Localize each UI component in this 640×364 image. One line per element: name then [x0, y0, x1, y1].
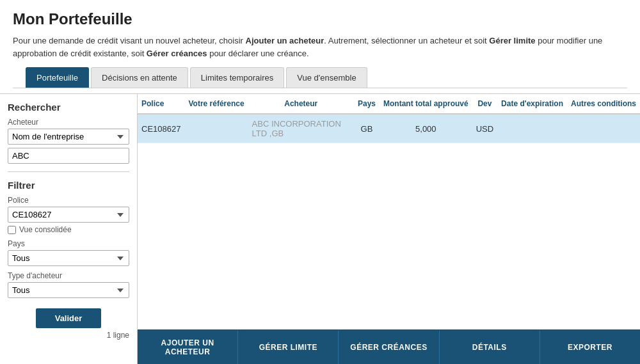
- cell-votre-reference: [184, 114, 248, 143]
- page-description: Pour une demande de crédit visant un nou…: [13, 35, 627, 59]
- desc-text4: pour déclarer une créance.: [207, 49, 309, 58]
- gerer-creances-button[interactable]: GÉRER CRÉANCES: [339, 331, 439, 364]
- content-area: Rechercher Acheteur Nom de l'entreprise …: [0, 94, 640, 364]
- pays-label: Pays: [8, 239, 129, 248]
- search-input[interactable]: [8, 148, 129, 164]
- tab-limites[interactable]: Limites temporaires: [190, 67, 284, 88]
- desc-text1: Pour une demande de crédit visant un nou…: [13, 36, 246, 45]
- ligne-count: 1 ligne: [8, 331, 129, 340]
- acheteur-select[interactable]: Nom de l'entreprise: [8, 129, 129, 145]
- filter-title: Filtrer: [8, 180, 129, 191]
- col-montant: Montant total approuvé: [380, 94, 472, 114]
- cell-date-expiration: [497, 114, 567, 143]
- col-dev: Dev: [472, 94, 497, 114]
- col-votre-reference: Votre référence: [184, 94, 248, 114]
- col-pays: Pays: [354, 94, 380, 114]
- search-title: Rechercher: [8, 102, 129, 113]
- exporter-button[interactable]: EXPORTER: [540, 331, 640, 364]
- cell-pays: GB: [354, 114, 380, 143]
- cell-autres-conditions: [567, 114, 640, 143]
- ajouter-acheteur-button[interactable]: AJOUTER UN ACHETEUR: [138, 331, 238, 364]
- col-autres-conditions: Autres conditions: [567, 94, 640, 114]
- data-table: Police Votre référence Acheteur Pays Mon…: [138, 94, 640, 143]
- table-header-row: Police Votre référence Acheteur Pays Mon…: [138, 94, 640, 114]
- acheteur-label: Acheteur: [8, 118, 129, 127]
- sidebar: Rechercher Acheteur Nom de l'entreprise …: [0, 94, 138, 364]
- type-acheteur-select[interactable]: Tous: [8, 282, 129, 298]
- table-row[interactable]: CE108627 ABC INCORPORATION LTD ,GB GB 5,…: [138, 114, 640, 143]
- cell-acheteur: ABC INCORPORATION LTD ,GB: [248, 114, 354, 143]
- type-acheteur-label: Type d'acheteur: [8, 271, 129, 280]
- desc-bold3: Gérer créances: [147, 49, 207, 58]
- tabs-row: Portefeuille Décisions en attente Limite…: [13, 67, 627, 88]
- col-police: Police: [138, 94, 184, 114]
- table-wrapper[interactable]: Police Votre référence Acheteur Pays Mon…: [138, 94, 640, 329]
- gerer-limite-button[interactable]: GÉRER LIMITE: [238, 331, 339, 364]
- page-title: Mon Portefeuille: [13, 10, 627, 28]
- desc-bold1: Ajouter un acheteur: [246, 36, 324, 45]
- cell-police: CE108627: [138, 114, 184, 143]
- vue-consolidee-label: Vue consolidée: [19, 225, 72, 234]
- vue-consolidee-row: Vue consolidée: [8, 225, 129, 234]
- details-button[interactable]: DÉTAILS: [440, 331, 540, 364]
- desc-text2: . Autrement, sélectionner un acheteur et…: [324, 36, 489, 45]
- col-date-expiration: Date d'expiration: [497, 94, 567, 114]
- cell-dev: USD: [472, 114, 497, 143]
- col-acheteur: Acheteur: [248, 94, 354, 114]
- valider-button[interactable]: Valider: [36, 308, 102, 328]
- main-area: Police Votre référence Acheteur Pays Mon…: [138, 94, 640, 364]
- pays-select[interactable]: Tous: [8, 250, 129, 266]
- police-select[interactable]: CE108627: [8, 207, 129, 223]
- tab-vue[interactable]: Vue d'ensemble: [286, 67, 367, 88]
- desc-bold2: Gérer limite: [489, 36, 535, 45]
- footer-buttons: AJOUTER UN ACHETEUR GÉRER LIMITE GÉRER C…: [138, 329, 640, 364]
- tab-portefeuille[interactable]: Portefeuille: [26, 67, 89, 88]
- tab-decisions[interactable]: Décisions en attente: [91, 67, 188, 88]
- vue-consolidee-checkbox[interactable]: [8, 226, 16, 234]
- police-label: Police: [8, 196, 129, 205]
- cell-montant: 5,000: [380, 114, 472, 143]
